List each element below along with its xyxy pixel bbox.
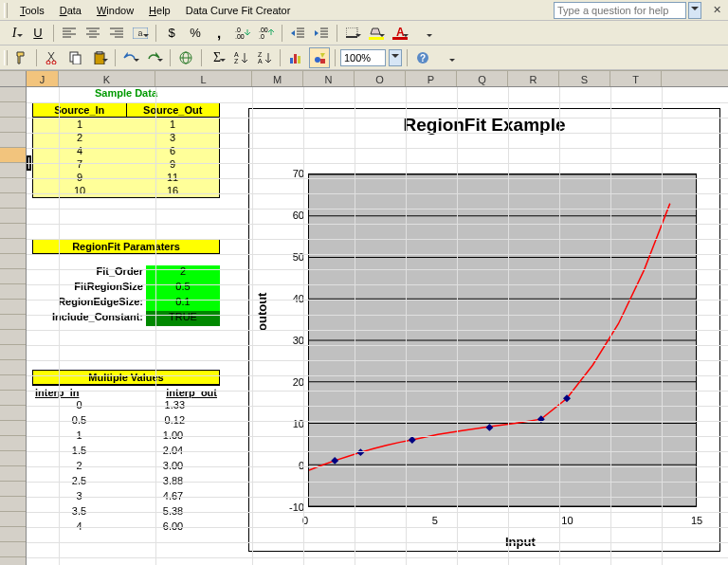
toolbar-grip[interactable] (4, 3, 8, 18)
autosum-button[interactable]: Σ (207, 47, 228, 68)
row-header[interactable] (0, 254, 26, 269)
font-color-button[interactable]: A (390, 23, 410, 44)
multi-row[interactable]: 3.55.38 (32, 505, 220, 520)
help-search-dropdown[interactable] (688, 2, 701, 19)
param-row[interactable]: FitRegionSize0.5 (32, 281, 220, 296)
help-button[interactable]: ? (412, 47, 433, 68)
zoom-dropdown[interactable] (389, 49, 402, 66)
row-header[interactable] (0, 330, 26, 345)
borders-button[interactable] (342, 23, 363, 44)
increase-decimal-button[interactable]: .0.00 (232, 23, 253, 44)
paste-button[interactable] (89, 47, 110, 68)
row-header[interactable] (0, 527, 26, 542)
hyperlink-button[interactable] (175, 47, 196, 68)
row-header[interactable] (0, 193, 26, 209)
drawing-button[interactable] (309, 47, 330, 68)
cut-button[interactable] (42, 47, 63, 68)
column-header-P[interactable]: P (406, 71, 457, 86)
multi-row[interactable]: 0-1.33 (32, 399, 220, 414)
worksheet[interactable]: Sample Data Source_In Source_Out 1123467… (0, 87, 728, 565)
decrease-indent-button[interactable] (287, 23, 308, 44)
close-window-icon[interactable]: ✕ (709, 3, 724, 18)
param-row[interactable]: Include_Constant:TRUE (32, 311, 220, 326)
sample-row[interactable]: 46 (33, 144, 219, 157)
align-center-button[interactable] (82, 23, 103, 44)
select-all-corner[interactable] (0, 71, 27, 86)
menu-datacurvefit[interactable]: Data Curve Fit Creator (179, 3, 298, 18)
toolbar-grip-2[interactable] (4, 50, 8, 65)
decrease-decimal-button[interactable]: .00.0 (256, 23, 277, 44)
row-header[interactable] (0, 178, 26, 193)
row-header[interactable] (0, 118, 26, 133)
format-painter-button[interactable] (10, 47, 31, 68)
column-header-M[interactable]: M (252, 71, 303, 86)
multi-row[interactable]: 2.53.88 (32, 475, 220, 490)
row-header[interactable] (0, 315, 26, 330)
row-header[interactable] (0, 482, 26, 497)
row-header[interactable] (0, 512, 26, 527)
menu-help[interactable]: Help (142, 3, 177, 18)
multi-row[interactable]: 11.00 (32, 429, 220, 445)
row-header[interactable] (0, 102, 26, 118)
comma-button[interactable]: , (209, 23, 229, 44)
copy-button[interactable] (65, 47, 86, 68)
menu-tools[interactable]: Tools (13, 3, 51, 18)
row-header[interactable] (0, 300, 26, 315)
currency-button[interactable]: $ (161, 23, 182, 44)
multi-row[interactable]: 46.00 (32, 520, 220, 536)
sample-row[interactable]: 79 (33, 157, 219, 171)
multi-row[interactable]: 23.00 (32, 460, 220, 475)
multi-row[interactable]: 34.67 (32, 490, 220, 505)
row-header[interactable] (0, 557, 26, 565)
row-header[interactable] (0, 345, 26, 360)
percent-button[interactable]: % (185, 23, 206, 44)
column-header-J[interactable]: J (27, 71, 59, 86)
underline-button[interactable]: U (27, 23, 48, 44)
row-header[interactable] (0, 497, 26, 512)
row-header[interactable] (0, 406, 26, 421)
toolbar-overflow-2[interactable] (436, 47, 457, 68)
increase-indent-button[interactable] (311, 23, 332, 44)
row-header[interactable] (0, 239, 26, 254)
column-header-R[interactable]: R (508, 71, 559, 86)
undo-button[interactable] (120, 47, 141, 68)
menu-window[interactable]: Window (90, 3, 140, 18)
merge-center-button[interactable]: a (130, 23, 151, 44)
row-header[interactable] (0, 436, 26, 451)
sort-asc-button[interactable]: AZ (230, 47, 251, 68)
row-header[interactable] (0, 391, 26, 406)
row-header[interactable] (0, 466, 26, 482)
sample-row[interactable]: 1016 (33, 184, 219, 197)
sample-row[interactable]: 11 (33, 118, 219, 131)
row-header[interactable] (0, 209, 26, 224)
row-header[interactable] (0, 375, 26, 391)
zoom-input[interactable] (340, 49, 386, 66)
toolbar-overflow-button[interactable] (413, 23, 434, 44)
multi-row[interactable]: 1.52.04 (32, 445, 220, 460)
column-header-Q[interactable]: Q (457, 71, 508, 86)
column-header-T[interactable]: T (610, 71, 662, 86)
row-header[interactable] (0, 360, 26, 375)
row-header[interactable] (0, 451, 26, 466)
sort-desc-button[interactable]: ZA (254, 47, 275, 68)
align-right-button[interactable] (106, 23, 127, 44)
param-row[interactable]: Fit_Order2 (32, 265, 220, 281)
italic-button[interactable]: I (4, 23, 25, 44)
row-header[interactable] (0, 542, 26, 557)
column-header-L[interactable]: L (155, 71, 252, 86)
menu-data[interactable]: Data (53, 3, 88, 18)
column-header-O[interactable]: O (355, 71, 406, 86)
row-header[interactable] (0, 148, 26, 163)
row-header[interactable] (0, 421, 26, 436)
param-row[interactable]: RegionEdgeSize:0.1 (32, 296, 220, 311)
row-header[interactable] (0, 163, 26, 178)
help-search-input[interactable] (554, 2, 686, 19)
chart-wizard-button[interactable] (285, 47, 306, 68)
multi-row[interactable]: 0.5-0.12 (32, 414, 220, 429)
align-left-button[interactable] (59, 23, 80, 44)
row-header[interactable] (0, 87, 26, 102)
column-header-N[interactable]: N (303, 71, 355, 86)
row-header[interactable] (0, 133, 26, 148)
column-header-K[interactable]: K (59, 71, 155, 86)
fill-color-button[interactable] (366, 23, 387, 44)
